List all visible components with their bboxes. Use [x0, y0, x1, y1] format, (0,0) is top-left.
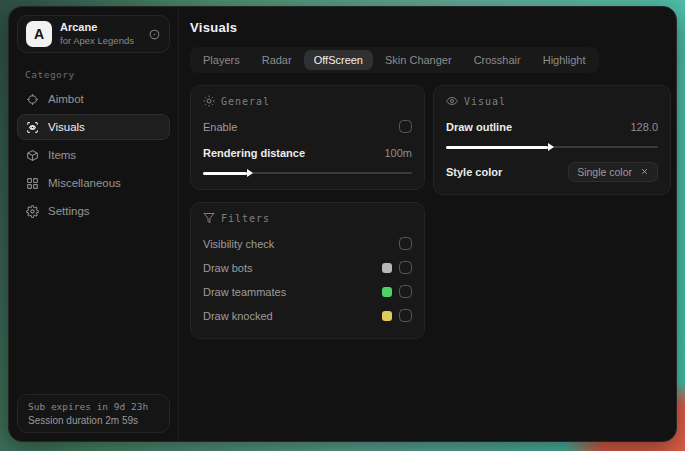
tab-offscreen[interactable]: OffScreen — [304, 50, 373, 70]
page-title: Visuals — [190, 20, 671, 35]
session-info-card: Sub expires in 9d 23h Session duration 2… — [17, 394, 170, 433]
style-color-value: Single color — [577, 166, 632, 178]
draw-bots-color-swatch[interactable] — [382, 263, 392, 273]
draw-bots-checkbox[interactable] — [399, 261, 412, 274]
draw-outline-label: Draw outline — [446, 121, 512, 133]
visibility-check-label: Visibility check — [203, 238, 274, 250]
tab-players[interactable]: Players — [193, 50, 250, 70]
eye-icon — [446, 95, 458, 107]
draw-outline-value: 128.0 — [630, 121, 658, 133]
style-color-label: Style color — [446, 166, 502, 178]
tab-radar[interactable]: Radar — [252, 50, 302, 70]
sidebar-item-settings[interactable]: Settings — [17, 198, 170, 224]
sidebar-item-label: Aimbot — [48, 93, 84, 105]
enable-label: Enable — [203, 121, 237, 133]
tab-skin-changer[interactable]: Skin Changer — [375, 50, 462, 70]
crosshair-icon — [26, 93, 39, 106]
tab-highlight[interactable]: Highlight — [533, 50, 596, 70]
session-duration-text: Session duration 2m 59s — [28, 415, 159, 426]
box-icon — [26, 149, 39, 162]
app-window: A Arcane for Apex Legends Category Aimbo… — [8, 6, 677, 442]
sidebar-item-label: Miscellaneous — [48, 177, 121, 189]
draw-teammates-checkbox[interactable] — [399, 285, 412, 298]
panel-title: Visual — [464, 96, 506, 107]
sub-expires-text: Sub expires in 9d 23h — [28, 401, 159, 412]
tab-bar: Players Radar OffScreen Skin Changer Cro… — [190, 47, 599, 73]
draw-knocked-label: Draw knocked — [203, 310, 273, 322]
sidebar: A Arcane for Apex Legends Category Aimbo… — [9, 7, 179, 441]
slider-fill — [203, 172, 247, 175]
eye-scan-icon — [26, 121, 39, 134]
draw-knocked-color-swatch[interactable] — [382, 311, 392, 321]
app-subtitle: for Apex Legends — [60, 35, 140, 47]
visibility-check-checkbox[interactable] — [399, 237, 412, 250]
style-color-select[interactable]: Single color — [568, 162, 658, 182]
draw-teammates-color-swatch[interactable] — [382, 287, 392, 297]
sidebar-item-aimbot[interactable]: Aimbot — [17, 86, 170, 112]
close-icon[interactable] — [640, 167, 649, 176]
tab-crosshair[interactable]: Crosshair — [464, 50, 531, 70]
visual-panel: Visual Draw outline 128.0 Style color — [433, 85, 671, 195]
draw-teammates-label: Draw teammates — [203, 286, 286, 298]
grid-icon — [26, 177, 39, 190]
enable-checkbox[interactable] — [399, 120, 412, 133]
panel-title: General — [221, 96, 270, 107]
pin-icon[interactable] — [148, 28, 161, 41]
sidebar-item-label: Visuals — [48, 121, 85, 133]
sidebar-item-label: Items — [48, 149, 76, 161]
sidebar-item-items[interactable]: Items — [17, 142, 170, 168]
draw-outline-slider[interactable] — [446, 143, 658, 151]
slider-thumb[interactable] — [247, 169, 253, 177]
rendering-distance-slider[interactable] — [203, 169, 412, 177]
filters-panel: Filters Visibility check Draw bots — [190, 202, 425, 339]
sidebar-item-visuals[interactable]: Visuals — [17, 114, 170, 140]
app-logo: A — [26, 21, 52, 47]
draw-bots-label: Draw bots — [203, 262, 253, 274]
rendering-distance-label: Rendering distance — [203, 147, 305, 159]
category-label: Category — [9, 61, 178, 86]
slider-thumb[interactable] — [548, 143, 554, 151]
general-panel: General Enable Rendering distance 100m — [190, 85, 425, 190]
sidebar-item-label: Settings — [48, 205, 90, 217]
rendering-distance-value: 100m — [384, 147, 412, 159]
funnel-icon — [203, 212, 215, 224]
app-title: Arcane — [60, 21, 140, 35]
logo-card: A Arcane for Apex Legends — [17, 15, 170, 53]
panel-title: Filters — [221, 213, 270, 224]
draw-knocked-checkbox[interactable] — [399, 309, 412, 322]
sidebar-nav: Aimbot Visuals Items — [9, 86, 178, 224]
sidebar-item-miscellaneous[interactable]: Miscellaneous — [17, 170, 170, 196]
main-content: Visuals Players Radar OffScreen Skin Cha… — [179, 7, 677, 441]
slider-fill — [446, 146, 548, 149]
gear-icon — [26, 205, 39, 218]
sun-icon — [203, 95, 215, 107]
